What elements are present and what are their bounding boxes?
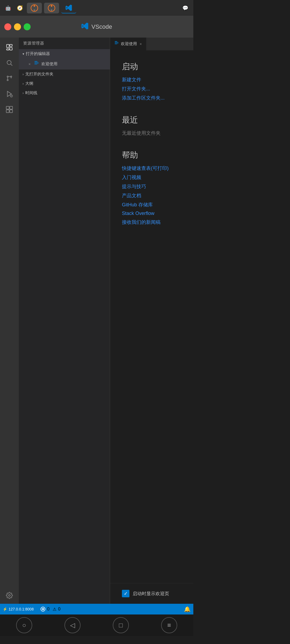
editor-tab-bar: 欢迎使用 ×: [110, 38, 193, 50]
android-icon[interactable]: 🤖: [3, 3, 13, 13]
menu-nav-btn[interactable]: ≡: [161, 617, 177, 633]
link-open-folder[interactable]: 打开文件夹...: [122, 86, 182, 92]
svg-point-12: [7, 79, 8, 80]
section-label-open-editors: 打开的编辑器: [26, 51, 50, 56]
svg-line-18: [11, 95, 12, 96]
svg-point-10: [7, 60, 11, 64]
link-newsletter[interactable]: 接收我们的新闻稿: [122, 219, 182, 225]
warning-count: 0: [58, 607, 60, 612]
activity-explorer[interactable]: [2, 40, 16, 54]
jupyter-tab-1[interactable]: [27, 3, 42, 13]
svg-rect-30: [115, 43, 119, 43]
welcome-page: 启动 新建文件 打开文件夹... 添加工作区文件夹... 最近 无最近使用文件夹…: [110, 50, 193, 583]
vscode-tab[interactable]: [61, 3, 76, 13]
main-layout: 资源管理器 ▾ 打开的编辑器 × 欢迎使用 › 无打开的文件夹: [0, 38, 193, 604]
file-item-welcome[interactable]: × 欢迎使用: [19, 58, 110, 69]
maximize-button[interactable]: [24, 23, 31, 30]
os-top-bar: 🤖 🧭 💬: [0, 0, 193, 16]
home-nav-btn[interactable]: ○: [16, 617, 32, 633]
chat-icon[interactable]: 💬: [180, 3, 190, 13]
menu-icon: ≡: [167, 621, 171, 629]
link-add-workspace[interactable]: 添加工作区文件夹...: [122, 95, 182, 101]
close-button[interactable]: [4, 23, 11, 30]
link-github-repo[interactable]: GitHub 存储库: [122, 202, 182, 208]
tab-close-button[interactable]: ×: [140, 42, 142, 46]
chevron-right-icon: ›: [23, 72, 24, 76]
notification-bell[interactable]: 🔔: [184, 606, 191, 612]
file-type-icon: [34, 61, 39, 67]
section-no-folder: › 无打开的文件夹: [19, 69, 110, 79]
activity-extensions[interactable]: [2, 103, 16, 116]
status-port: 127.0.0.1:8008: [9, 607, 34, 611]
svg-rect-31: [115, 44, 117, 44]
section-header-no-folder[interactable]: › 无打开的文件夹: [19, 69, 110, 79]
svg-point-2: [34, 9, 35, 11]
error-count: 0: [47, 607, 49, 612]
file-label-welcome: 欢迎使用: [41, 61, 57, 67]
link-tips-tricks[interactable]: 提示与技巧: [122, 183, 182, 190]
svg-rect-25: [35, 62, 39, 63]
app-icon: [81, 22, 89, 31]
remote-icon: ⚡: [3, 607, 7, 611]
activity-settings[interactable]: [2, 590, 16, 604]
square-icon: □: [119, 621, 123, 629]
status-errors[interactable]: ⊗ 0 ⚠ 0: [41, 607, 60, 612]
bottom-nav: ○ ◁ □ ≡: [0, 614, 193, 636]
welcome-recent-section: 最近 无最近使用文件夹: [122, 115, 182, 136]
close-icon[interactable]: ×: [28, 62, 31, 66]
section-label-timeline: 时间线: [25, 90, 37, 96]
os-tabs: 🤖 🧭: [3, 3, 76, 13]
tab-file-icon: [114, 41, 119, 47]
show-welcome-checkbox[interactable]: ✓: [122, 590, 129, 597]
svg-point-23: [9, 595, 10, 597]
section-label-no-folder: 无打开的文件夹: [25, 72, 53, 77]
back-nav-btn[interactable]: ◁: [64, 617, 81, 633]
svg-rect-8: [10, 47, 12, 50]
safari-icon[interactable]: 🧭: [15, 3, 25, 13]
link-keyboard-shortcut[interactable]: 快捷键速查表(可打印): [122, 165, 182, 171]
no-recent-label: 无最近使用文件夹: [122, 130, 182, 136]
square-nav-btn[interactable]: □: [113, 617, 129, 633]
activity-run[interactable]: [2, 87, 16, 101]
title-bar: VScode: [0, 16, 193, 38]
welcome-tab[interactable]: 欢迎使用 ×: [110, 38, 146, 50]
svg-rect-26: [35, 63, 39, 64]
section-header-timeline[interactable]: › 时间线: [19, 88, 110, 98]
start-section-title: 启动: [122, 61, 182, 72]
activity-search[interactable]: [2, 56, 16, 70]
welcome-start-section: 启动 新建文件 打开文件夹... 添加工作区文件夹...: [122, 61, 182, 101]
help-section-title: 帮助: [122, 150, 182, 161]
back-icon: ◁: [70, 621, 75, 629]
editor-area: 欢迎使用 × 启动 新建文件 打开文件夹... 添加工作区文件夹... 最近 无…: [110, 38, 193, 604]
link-stack-overflow[interactable]: Stack Overflow: [122, 211, 182, 216]
svg-rect-7: [10, 45, 12, 46]
minimize-button[interactable]: [14, 23, 21, 30]
link-new-file[interactable]: 新建文件: [122, 76, 182, 83]
svg-point-13: [7, 76, 8, 77]
svg-rect-20: [10, 106, 12, 109]
activity-bar: [0, 38, 19, 604]
svg-rect-22: [10, 110, 12, 113]
status-remote[interactable]: ⚡ 127.0.0.1:8008: [3, 607, 34, 611]
svg-rect-19: [6, 106, 9, 109]
link-product-docs[interactable]: 产品文档: [122, 192, 182, 199]
svg-rect-28: [115, 41, 117, 42]
svg-point-5: [51, 9, 52, 11]
chevron-right-icon-2: ›: [23, 82, 24, 86]
window-controls: [4, 23, 31, 30]
section-header-outline[interactable]: › 大纲: [19, 79, 110, 88]
section-header-open-editors[interactable]: ▾ 打开的编辑器: [19, 49, 110, 58]
svg-rect-29: [115, 42, 119, 43]
show-welcome-label: 启动时显示欢迎页: [133, 591, 169, 597]
activity-git[interactable]: [2, 71, 16, 85]
svg-rect-27: [35, 64, 37, 65]
svg-rect-21: [6, 110, 9, 113]
warning-icon: ⚠: [53, 607, 56, 612]
section-open-editors: ▾ 打开的编辑器 × 欢迎使用: [19, 49, 110, 69]
jupyter-tab-2[interactable]: [44, 3, 59, 13]
app-title: VScode: [91, 23, 112, 30]
error-icon: ⊗: [41, 607, 45, 612]
checkbox-row: ✓ 启动时显示欢迎页: [110, 583, 193, 604]
sidebar: 资源管理器 ▾ 打开的编辑器 × 欢迎使用 › 无打开的文件夹: [19, 38, 110, 604]
link-intro-videos[interactable]: 入门视频: [122, 174, 182, 181]
